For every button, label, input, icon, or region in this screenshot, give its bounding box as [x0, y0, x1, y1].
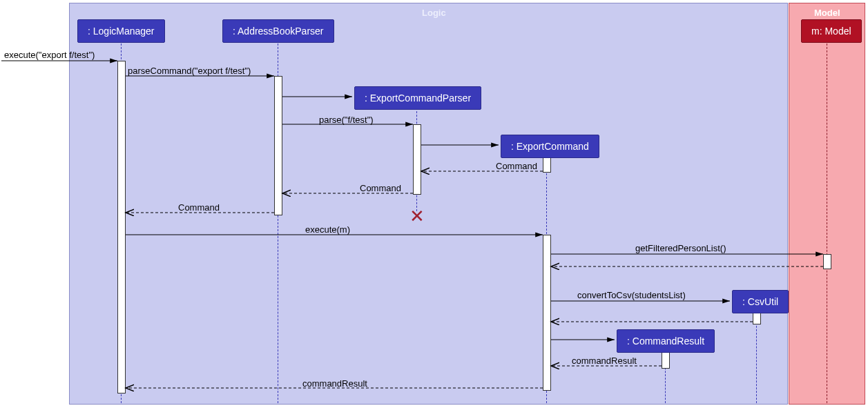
activation-exportcommand-2 — [543, 235, 551, 391]
participant-exportcommand: : ExportCommand — [501, 135, 599, 158]
msg-execute-export: execute("export f/test") — [4, 50, 95, 60]
lifeline-model — [827, 40, 827, 403]
msg-converttocsv: convertToCsv(studentsList) — [577, 290, 686, 300]
participant-model: m: Model — [801, 19, 862, 43]
msg-parse: parse("f/test") — [319, 115, 374, 125]
msg-return-commandresult-1: commandResult — [572, 356, 637, 366]
frame-label-logic: Logic — [422, 8, 446, 18]
msg-return-command-2: Command — [360, 183, 401, 193]
lifeline-csvutil — [756, 312, 757, 403]
activation-model — [823, 254, 831, 269]
frame-label-model: Model — [814, 8, 840, 18]
msg-execute-m: execute(m) — [305, 224, 350, 235]
participant-logicmanager: : LogicManager — [77, 19, 165, 43]
participant-csvutil: : CsvUtil — [732, 290, 789, 313]
msg-parsecommand: parseCommand("export f/test") — [128, 66, 251, 76]
activation-exportcommand-1 — [543, 157, 551, 173]
msg-return-command-1: Command — [496, 161, 537, 171]
msg-return-commandresult-2: commandResult — [302, 378, 367, 389]
participant-commandresult: : CommandResult — [617, 329, 715, 353]
activation-commandresult — [662, 351, 670, 369]
destroy-exportcommandparser: ✕ — [409, 207, 425, 225]
activation-addressbookparser — [274, 76, 282, 215]
msg-getfilteredpersonlist: getFilteredPersonList() — [635, 243, 726, 253]
activation-logicmanager — [117, 61, 126, 394]
msg-return-command-3: Command — [178, 202, 220, 213]
participant-addressbookparser: : AddressBookParser — [222, 19, 334, 43]
activation-exportcommandparser — [413, 124, 421, 195]
participant-exportcommandparser: : ExportCommandParser — [354, 86, 481, 110]
